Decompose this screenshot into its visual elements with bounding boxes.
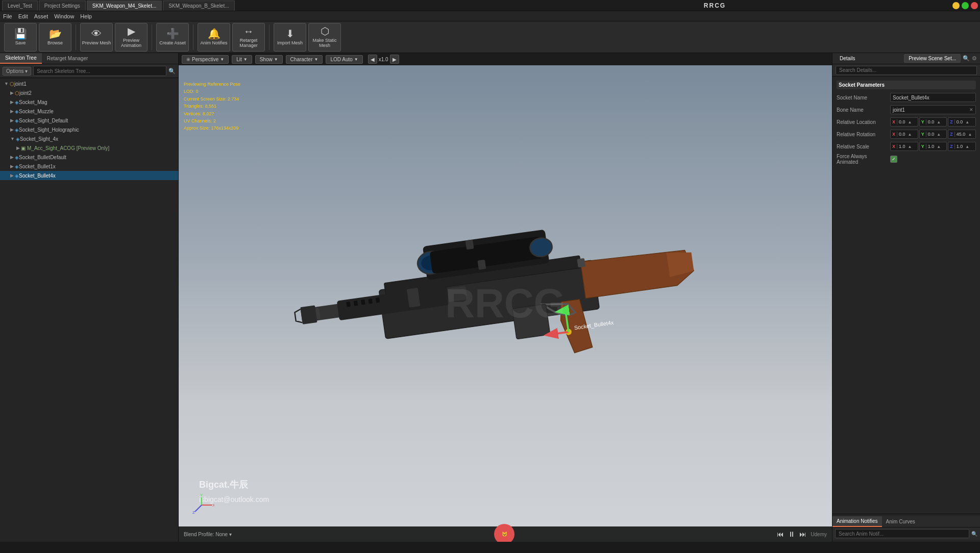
expand-arrow-socket-sight[interactable]: ▶ <box>10 118 14 123</box>
location-y-field[interactable]: Y 0.0 ▲ <box>919 117 947 127</box>
x-loc-up[interactable]: ▲ <box>907 120 913 124</box>
tree-item-socket-sight-4x[interactable]: ▼ ◈ Socket_Sight_4x <box>0 134 178 143</box>
expand-arrow-socket-sight-holo[interactable]: ▶ <box>10 127 14 132</box>
svg-rect-17 <box>512 304 550 339</box>
tab-anim-notifies[interactable]: Animation Notifies <box>832 516 882 527</box>
pause-button[interactable]: ⏸ <box>788 530 795 538</box>
tree-item-acog[interactable]: ▶ ▣ M_Acc_Sight_ACOG [Preview Only] <box>0 143 178 153</box>
force-animated-checkbox[interactable]: ✓ <box>890 156 897 163</box>
tab-skeleton-tree[interactable]: Skeleton Tree <box>0 53 42 64</box>
menu-file[interactable]: File <box>3 13 12 19</box>
info-line7: Approx Size: 176x134x209 <box>184 124 240 132</box>
viewport-canvas[interactable]: Socket_Bullet4x Previewing Reference Pos… <box>179 65 832 542</box>
preview-scene-tab[interactable]: Preview Scene Set... <box>904 54 961 63</box>
retarget-manager-button[interactable]: ↔ Retarget Manager <box>232 23 265 52</box>
svg-line-27 <box>195 505 202 512</box>
location-x-field[interactable]: X 0.0 ▲ <box>890 117 918 127</box>
search-icon[interactable]: 🔍 <box>168 68 176 74</box>
play-button[interactable]: ⏮ <box>777 530 784 538</box>
rotation-z-field[interactable]: Z 45.0 ▲ <box>948 130 976 139</box>
bone-dropdown-icon[interactable]: ✕ <box>969 107 973 112</box>
expand-arrow-joint2[interactable]: ▶ <box>10 90 14 95</box>
details-search-icon[interactable]: 🔍 <box>963 55 970 62</box>
socket-name-input[interactable] <box>893 95 973 100</box>
socket-icon-mag: ◈ <box>15 99 19 105</box>
anim-search-icon[interactable]: 🔍 <box>971 531 977 537</box>
preview-mesh-button[interactable]: 👁 Preview Mesh <box>80 23 113 52</box>
forward-button[interactable]: ⏭ <box>799 530 806 538</box>
scale-decrease-button[interactable]: ◀ <box>368 55 377 64</box>
expand-arrow-socket-sight-4x[interactable]: ▼ <box>10 136 15 141</box>
expand-arrow-socket-bullet4x[interactable]: ▶ <box>10 173 14 178</box>
perspective-button[interactable]: ◉ Perspective ▼ <box>182 55 229 64</box>
tree-item-socket-mag[interactable]: ▶ ◈ Socket_Mag <box>0 97 178 107</box>
info-line4: Triangles: 8,551 <box>184 103 240 110</box>
lod-auto-button[interactable]: LOD Auto ▼ <box>326 55 362 64</box>
tab-details[interactable]: Details <box>836 55 860 62</box>
details-settings-icon[interactable]: ⚙ <box>972 55 977 62</box>
tab-project-settings[interactable]: Project Settings <box>39 1 86 11</box>
close-button[interactable] <box>971 2 978 9</box>
menu-asset[interactable]: Asset <box>34 13 48 19</box>
tree-item-joint1[interactable]: ▼ ⬡ joint1 <box>0 79 178 88</box>
tab-skm-weapon-b[interactable]: SKM_Weapon_B_Skelet... <box>163 1 234 11</box>
menu-window[interactable]: Window <box>54 13 74 19</box>
expand-arrow-socket-bullet-default[interactable]: ▶ <box>10 155 14 160</box>
location-z-field[interactable]: Z 0.0 ▲ <box>948 117 976 127</box>
y-rot-up[interactable]: ▲ <box>936 132 942 137</box>
menu-help[interactable]: Help <box>80 13 92 19</box>
z-rot-up[interactable]: ▲ <box>967 132 973 137</box>
show-button[interactable]: Show ▼ <box>255 55 283 64</box>
tab-retarget-manager[interactable]: Retarget Manager <box>42 53 93 64</box>
scale-increase-button[interactable]: ▶ <box>390 55 399 64</box>
tab-skm-weapon-m4[interactable]: SKM_Weapon_M4_Skelet... <box>87 1 162 11</box>
details-search-input[interactable] <box>836 66 977 75</box>
y-scale-up[interactable]: ▲ <box>936 144 942 149</box>
menu-edit[interactable]: Edit <box>18 13 28 19</box>
tab-anim-curves[interactable]: Anim Curves <box>882 516 919 527</box>
scale-z-field[interactable]: Z 1.0 ▲ <box>948 142 976 151</box>
tree-item-socket-bullet4x[interactable]: ▶ ◈ Socket_Bullet4x <box>0 171 178 180</box>
tree-item-socket-sight-holo[interactable]: ▶ ◈ Socket_Sight_Holographic <box>0 125 178 134</box>
retarget-manager-icon: ↔ <box>243 26 254 36</box>
expand-arrow-joint1[interactable]: ▼ <box>4 81 9 86</box>
scale-y-field[interactable]: Y 1.0 ▲ <box>919 142 947 151</box>
z-loc-up[interactable]: ▲ <box>964 120 970 124</box>
playback-controls: ⏮ ⏸ ⏭ Udemy <box>777 530 827 538</box>
rotation-x-field[interactable]: X 0.0 ▲ <box>890 130 918 139</box>
create-asset-button[interactable]: ➕ Create Asset <box>156 23 189 52</box>
expand-arrow-acog[interactable]: ▶ <box>16 145 20 150</box>
y-loc-up[interactable]: ▲ <box>936 120 942 124</box>
maximize-button[interactable] <box>962 2 969 9</box>
expand-arrow-socket-mag[interactable]: ▶ <box>10 99 14 105</box>
search-input[interactable] <box>33 66 166 76</box>
save-button[interactable]: 💾 Save <box>4 23 37 52</box>
tree-item-socket-bullet-default[interactable]: ▶ ◈ Socket_BulletDefault <box>0 153 178 162</box>
z-scale-up[interactable]: ▲ <box>964 144 970 149</box>
scale-x-field[interactable]: X 1.0 ▲ <box>890 142 918 151</box>
toolbar-divider-4 <box>269 24 270 50</box>
tree-item-joint2[interactable]: ▶ ⬡ joint2 <box>0 88 178 97</box>
x-rot-up[interactable]: ▲ <box>907 132 913 137</box>
socket-name-value <box>890 93 976 102</box>
preview-animation-button[interactable]: ▶ Preview Animation <box>115 23 148 52</box>
search-bar: Options ▾ 🔍 <box>0 64 178 78</box>
anim-notifies-button[interactable]: 🔔 Anim Notifies <box>198 23 230 52</box>
tree-item-socket-bullet1x[interactable]: ▶ ◈ Socket_Bullet1x <box>0 162 178 171</box>
rotation-y-field[interactable]: Y 0.0 ▲ <box>919 130 947 139</box>
browse-button[interactable]: 📂 Browse <box>39 23 71 52</box>
make-static-mesh-button[interactable]: ⬡ Make Static Mesh <box>308 23 341 52</box>
x-scale-up[interactable]: ▲ <box>907 144 913 149</box>
tab-level-test[interactable]: Level_Test <box>2 1 38 11</box>
tree-item-socket-muzzle[interactable]: ▶ ◈ Socket_Muzzle <box>0 107 178 116</box>
make-static-mesh-icon: ⬡ <box>321 26 329 36</box>
anim-search-input[interactable] <box>835 529 969 538</box>
lit-button[interactable]: Lit ▼ <box>232 55 252 64</box>
character-button[interactable]: Character ▼ <box>286 55 323 64</box>
tree-item-socket-sight-default[interactable]: ▶ ◈ Socket_Sight_Default <box>0 116 178 125</box>
import-mesh-button[interactable]: ⬇ Import Mesh <box>274 23 306 52</box>
options-button[interactable]: Options ▾ <box>3 67 31 76</box>
minimize-button[interactable] <box>952 2 960 9</box>
expand-arrow-socket-muzzle[interactable]: ▶ <box>10 109 14 114</box>
expand-arrow-socket-bullet1x[interactable]: ▶ <box>10 164 14 169</box>
